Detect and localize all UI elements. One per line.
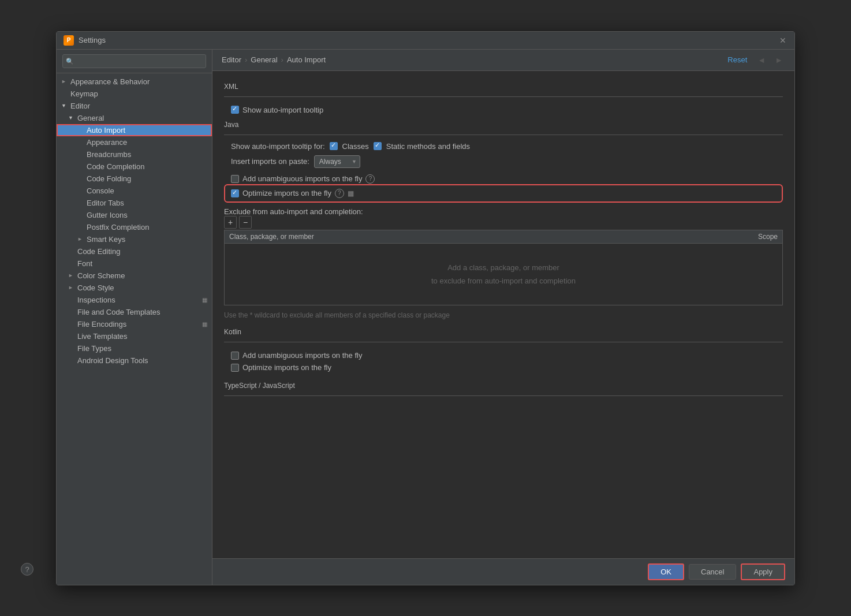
cancel-button[interactable]: Cancel — [689, 564, 736, 580]
close-button[interactable]: ✕ — [778, 36, 787, 45]
sidebar-item-file-code-templates[interactable]: File and Code Templates — [57, 306, 212, 318]
java-tooltip-label: Show auto-import tooltip for: — [231, 142, 325, 151]
dialog-body: 🔍 ► Appearance & Behavior Keymap ▼ Edito… — [57, 50, 794, 585]
sidebar-item-label: File Types — [77, 344, 111, 353]
titlebar-left: P Settings — [64, 35, 106, 46]
sidebar-item-gutter-icons[interactable]: Gutter Icons — [57, 209, 212, 221]
sidebar-item-editor[interactable]: ▼ Editor — [57, 100, 212, 112]
sidebar-item-live-templates[interactable]: Live Templates — [57, 330, 212, 342]
xml-show-tooltip-checkbox[interactable] — [231, 106, 239, 114]
java-insert-imports-row: Insert imports on paste: Always Ask Neve… — [231, 155, 783, 168]
sidebar-item-label: Editor — [70, 102, 90, 110]
sidebar-item-label: Appearance — [87, 138, 127, 147]
sidebar-item-label: Code Folding — [87, 174, 131, 183]
table-empty-message: Add a class, package, or member to exclu… — [225, 244, 782, 305]
sidebar-item-label: File Encodings — [77, 320, 126, 328]
remove-exclude-button[interactable]: − — [239, 216, 252, 229]
java-classes-label[interactable]: Classes — [342, 142, 369, 151]
sidebar-item-label: Android Design Tools — [77, 356, 148, 365]
java-unambiguous-help-icon[interactable]: ? — [365, 174, 375, 184]
sidebar-item-postfix-completion[interactable]: Postfix Completion — [57, 221, 212, 233]
arrow-icon: ► — [68, 285, 75, 290]
breadcrumb-auto-import: Auto Import — [287, 55, 326, 64]
back-button[interactable]: ◄ — [755, 54, 768, 66]
ok-button[interactable]: OK — [648, 563, 684, 580]
kotlin-optimize-label[interactable]: Optimize imports on the fly — [242, 363, 331, 372]
java-optimize-row: Optimize imports on the fly ? ▦ — [226, 186, 781, 200]
titlebar: P Settings ✕ — [57, 32, 794, 50]
main-panel: Editor › General › Auto Import Reset ◄ ►… — [212, 50, 794, 585]
kotlin-optimize-checkbox[interactable] — [231, 364, 239, 372]
java-optimize-checkbox[interactable] — [231, 189, 239, 197]
search-wrap: 🔍 — [62, 54, 206, 68]
exclude-label: Exclude from auto-import and completion: — [224, 207, 783, 216]
java-unambiguous-label[interactable]: Add unambiguous imports on the fly — [242, 174, 362, 183]
typescript-section: TypeScript / JavaScript — [224, 382, 783, 396]
arrow-icon: ► — [61, 79, 68, 84]
java-optimize-table-icon[interactable]: ▦ — [348, 189, 354, 197]
kotlin-section-label: Kotlin — [224, 328, 783, 336]
sidebar-item-inspections[interactable]: Inspections ▦ — [57, 294, 212, 306]
sidebar-item-code-editing[interactable]: Code Editing — [57, 245, 212, 257]
sidebar-item-keymap[interactable]: Keymap — [57, 88, 212, 100]
java-optimize-help-icon[interactable]: ? — [335, 189, 344, 198]
sidebar-item-breadcrumbs[interactable]: Breadcrumbs — [57, 148, 212, 160]
sidebar-item-file-encodings[interactable]: File Encodings ▦ — [57, 318, 212, 330]
sidebar-item-color-scheme[interactable]: ► Color Scheme — [57, 270, 212, 282]
breadcrumb-sep-2: › — [281, 55, 283, 64]
kotlin-optimize-row: Optimize imports on the fly — [231, 361, 783, 374]
wildcard-note: Use the * wildcard to exclude all member… — [224, 310, 783, 321]
kotlin-unambiguous-checkbox[interactable] — [231, 352, 239, 360]
content-area: XML Show auto-import tooltip Java Show a… — [212, 71, 794, 558]
xml-divider — [224, 96, 783, 97]
exclude-table: Class, package, or member Scope Add a cl… — [224, 230, 783, 306]
search-input[interactable] — [62, 54, 206, 68]
sidebar: 🔍 ► Appearance & Behavior Keymap ▼ Edito… — [57, 50, 212, 585]
help-button[interactable]: ? — [21, 563, 33, 576]
xml-show-tooltip-label[interactable]: Show auto-import tooltip — [242, 106, 323, 114]
kotlin-divider — [224, 342, 783, 342]
apply-button[interactable]: Apply — [741, 563, 785, 580]
java-section: Java Show auto-import tooltip for: Class… — [224, 121, 783, 200]
sidebar-item-code-completion[interactable]: Code Completion — [57, 160, 212, 173]
reset-button[interactable]: Reset — [724, 54, 751, 65]
java-classes-checkbox[interactable] — [330, 142, 338, 150]
sidebar-item-smart-keys[interactable]: ► Smart Keys — [57, 233, 212, 245]
sidebar-item-appearance[interactable]: Appearance — [57, 136, 212, 148]
breadcrumb-general[interactable]: General — [251, 55, 277, 64]
indicator-icon: ▦ — [202, 321, 207, 327]
arrow-icon: ► — [68, 272, 75, 278]
help-button-container: ? — [21, 563, 33, 576]
sidebar-item-label: Inspections — [77, 296, 115, 304]
kotlin-unambiguous-label[interactable]: Add unambiguous imports on the fly — [242, 351, 362, 360]
typescript-section-label: TypeScript / JavaScript — [224, 382, 783, 390]
sidebar-item-appearance-behavior[interactable]: ► Appearance & Behavior — [57, 76, 212, 88]
breadcrumb: Editor › General › Auto Import — [222, 55, 326, 64]
add-exclude-button[interactable]: + — [224, 216, 237, 229]
sidebar-item-auto-import[interactable]: Auto Import — [57, 124, 212, 136]
nav-tree: ► Appearance & Behavior Keymap ▼ Editor … — [57, 73, 212, 585]
java-static-checkbox[interactable] — [374, 142, 382, 150]
sidebar-item-general[interactable]: ▼ General — [57, 112, 212, 124]
table-header: Class, package, or member Scope — [225, 230, 782, 244]
breadcrumb-editor[interactable]: Editor — [222, 55, 241, 64]
breadcrumb-sep-1: › — [245, 55, 247, 64]
arrow-icon: ▼ — [61, 103, 68, 109]
sidebar-item-console[interactable]: Console — [57, 185, 212, 197]
sidebar-item-android-design-tools[interactable]: Android Design Tools — [57, 354, 212, 367]
sidebar-item-label: Code Completion — [87, 162, 144, 171]
forward-button[interactable]: ► — [772, 54, 785, 66]
java-unambiguous-checkbox[interactable] — [231, 175, 239, 183]
sidebar-item-editor-tabs[interactable]: Editor Tabs — [57, 197, 212, 209]
java-optimize-label[interactable]: Optimize imports on the fly — [242, 189, 331, 197]
sidebar-item-font[interactable]: Font — [57, 257, 212, 270]
sidebar-item-file-types[interactable]: File Types — [57, 342, 212, 354]
sidebar-item-label: Color Scheme — [77, 271, 125, 280]
sidebar-item-code-folding[interactable]: Code Folding — [57, 173, 212, 185]
java-insert-imports-select[interactable]: Always Ask Never — [314, 155, 360, 168]
sidebar-item-label: Editor Tabs — [87, 199, 124, 207]
dialog-title: Settings — [79, 36, 106, 44]
sidebar-item-code-style[interactable]: ► Code Style — [57, 282, 212, 294]
java-insert-imports-select-wrap: Always Ask Never ▼ — [314, 155, 360, 168]
java-static-label[interactable]: Static methods and fields — [386, 142, 470, 151]
